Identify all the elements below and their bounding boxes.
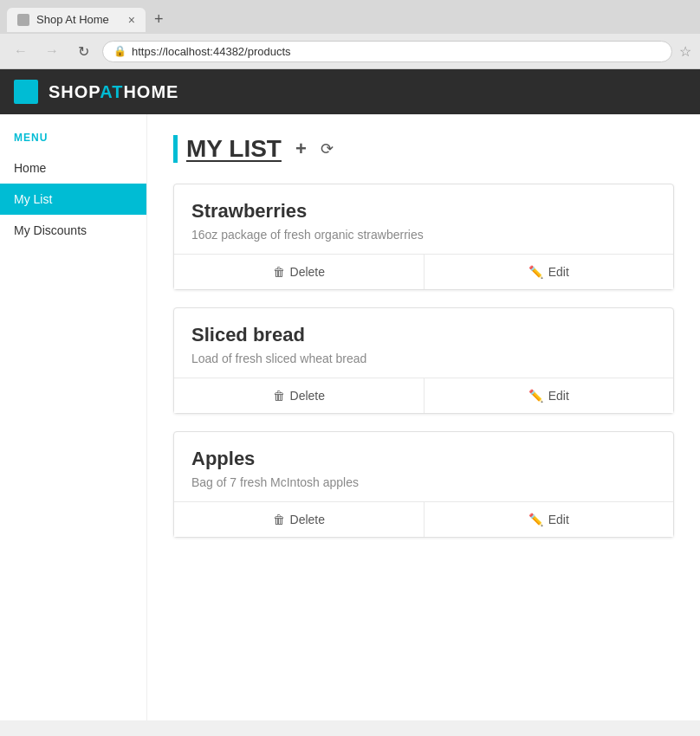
product-name: Strawberries: [191, 200, 656, 223]
refresh-list-button[interactable]: ⟳: [321, 139, 334, 158]
product-actions: 🗑 Delete ✏️ Edit: [174, 378, 673, 413]
lock-icon: 🔒: [113, 45, 126, 57]
trash-icon: 🗑: [273, 513, 285, 526]
delete-button[interactable]: 🗑 Delete: [174, 502, 424, 537]
delete-label: Delete: [290, 265, 325, 279]
trash-icon: 🗑: [273, 389, 285, 403]
delete-button[interactable]: 🗑 Delete: [174, 255, 424, 289]
product-card: Strawberries 16oz package of fresh organ…: [173, 184, 674, 290]
delete-label: Delete: [290, 513, 325, 526]
page-title: MY LIST: [173, 135, 282, 163]
edit-icon: ✏️: [528, 513, 543, 526]
product-description: Load of fresh sliced wheat bread: [191, 352, 656, 365]
sidebar-item-home[interactable]: Home: [0, 152, 146, 184]
edit-icon: ✏️: [528, 265, 543, 279]
address-bar: ← → ↻ 🔒 https://localhost:44382/products…: [0, 34, 700, 68]
edit-button[interactable]: ✏️ Edit: [424, 378, 674, 413]
product-info: Apples Bag of 7 fresh McIntosh apples: [174, 432, 673, 501]
edit-icon: ✏️: [528, 389, 543, 403]
product-card: Apples Bag of 7 fresh McIntosh apples 🗑 …: [173, 431, 674, 538]
edit-button[interactable]: ✏️ Edit: [424, 255, 674, 289]
delete-label: Delete: [290, 389, 325, 403]
refresh-button[interactable]: ↻: [71, 39, 95, 63]
sidebar: MENU Home My List My Discounts: [0, 114, 147, 720]
edit-label: Edit: [548, 265, 569, 279]
product-name: Apples: [191, 448, 656, 470]
bookmark-button[interactable]: ☆: [679, 43, 691, 60]
edit-label: Edit: [548, 389, 569, 403]
app-title: SHOPATHOME: [49, 82, 178, 102]
new-tab-button[interactable]: +: [146, 5, 172, 34]
product-info: Sliced bread Load of fresh sliced wheat …: [174, 308, 673, 378]
trash-icon: 🗑: [273, 265, 285, 279]
edit-label: Edit: [548, 513, 569, 526]
app-body: MENU Home My List My Discounts MY LIST +…: [0, 114, 700, 720]
tab-bar: Shop At Home × +: [0, 0, 700, 34]
product-description: Bag of 7 fresh McIntosh apples: [191, 475, 656, 489]
edit-button[interactable]: ✏️ Edit: [424, 502, 674, 537]
browser-chrome: Shop At Home × + ← → ↻ 🔒 https://localho…: [0, 0, 700, 69]
sidebar-menu-label: MENU: [0, 132, 146, 152]
product-list: Strawberries 16oz package of fresh organ…: [173, 184, 674, 538]
product-actions: 🗑 Delete ✏️ Edit: [174, 254, 673, 289]
sidebar-item-mylist[interactable]: My List: [0, 184, 146, 215]
product-name: Sliced bread: [191, 324, 656, 346]
browser-tab[interactable]: Shop At Home ×: [7, 8, 146, 32]
app-title-accent: AT: [100, 82, 123, 101]
delete-button[interactable]: 🗑 Delete: [174, 378, 424, 413]
tab-close-button[interactable]: ×: [128, 13, 135, 27]
app-logo-icon: [14, 80, 38, 104]
url-text: https://localhost:44382/products: [132, 45, 291, 58]
main-content: MY LIST + ⟳ Strawberries 16oz package of…: [147, 114, 700, 720]
product-card: Sliced bread Load of fresh sliced wheat …: [173, 307, 674, 414]
back-button[interactable]: ←: [9, 39, 33, 63]
add-item-button[interactable]: +: [295, 138, 307, 160]
sidebar-item-mydiscounts[interactable]: My Discounts: [0, 215, 146, 246]
tab-title: Shop At Home: [36, 13, 109, 26]
product-info: Strawberries 16oz package of fresh organ…: [174, 184, 673, 254]
forward-button[interactable]: →: [40, 39, 64, 63]
url-bar[interactable]: 🔒 https://localhost:44382/products: [102, 41, 672, 62]
tab-favicon: [17, 14, 29, 26]
app-header: SHOPATHOME: [0, 69, 700, 114]
page-title-row: MY LIST + ⟳: [173, 135, 674, 163]
product-actions: 🗑 Delete ✏️ Edit: [174, 501, 673, 537]
product-description: 16oz package of fresh organic strawberri…: [191, 228, 656, 242]
